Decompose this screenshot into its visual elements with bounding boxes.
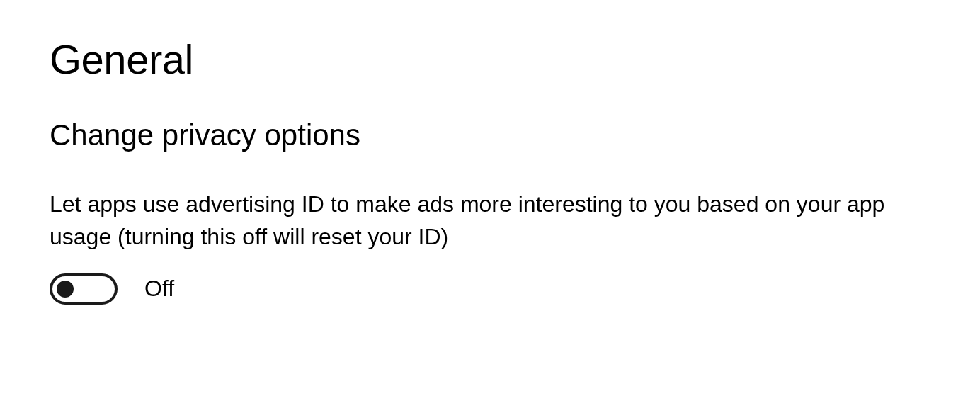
section-heading-privacy-options: Change privacy options [50,118,930,152]
page-title: General [50,35,930,83]
toggle-knob-icon [57,281,74,298]
toggle-advertising-id[interactable] [50,273,118,305]
toggle-row-advertising-id: Off [50,273,930,305]
setting-description-advertising-id: Let apps use advertising ID to make ads … [50,188,885,254]
toggle-state-label: Off [144,276,174,302]
